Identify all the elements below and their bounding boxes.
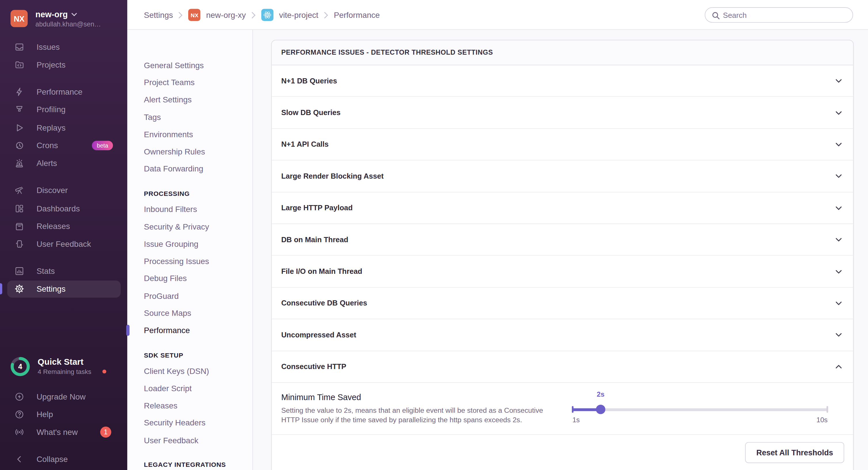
settings-nav-inbound-filters[interactable]: Inbound Filters xyxy=(144,204,197,214)
profiling-icon xyxy=(14,105,25,115)
sidebar-item-crons[interactable]: Crons beta xyxy=(0,137,127,154)
org-name: new-org xyxy=(35,9,68,19)
settings-nav-general-settings[interactable]: General Settings xyxy=(144,60,204,71)
quick-start-subtitle: 4 Remaining tasks xyxy=(38,368,92,376)
sidebar-item-help[interactable]: Help xyxy=(0,406,127,423)
sidebar-item-stats[interactable]: Stats xyxy=(0,263,127,280)
sidebar-item-releases[interactable]: Releases xyxy=(0,218,127,235)
sidebar-item-label: Profiling xyxy=(36,105,66,114)
detector-row-file-io-on-main-thread[interactable]: File I/O on Main Thread xyxy=(272,256,853,287)
settings-nav-security-headers[interactable]: Security Headers xyxy=(144,417,206,428)
quick-start-title: Quick Start xyxy=(38,357,84,367)
archive-box-icon xyxy=(14,221,25,231)
chevron-down-icon xyxy=(834,203,843,212)
telescope-icon xyxy=(14,185,25,195)
detector-row-large-http-payload[interactable]: Large HTTP Payload xyxy=(272,193,853,224)
reset-all-thresholds-button[interactable]: Reset All Thresholds xyxy=(745,442,844,463)
settings-nav-releases[interactable]: Releases xyxy=(144,400,177,411)
slider-start-tick xyxy=(572,406,574,413)
sidebar-item-label: Replays xyxy=(36,124,66,132)
org-switcher[interactable]: NX new-org abdullah.khan@sen… xyxy=(0,0,127,39)
sidebar-item-dashboards[interactable]: Dashboards xyxy=(0,200,127,217)
breadcrumb-page[interactable]: Performance xyxy=(334,11,380,20)
sidebar-item-label: Dashboards xyxy=(36,204,80,213)
detector-row-uncompressed-asset[interactable]: Uncompressed Asset xyxy=(272,319,853,351)
chevron-down-icon xyxy=(834,140,843,149)
settings-nav-data-forwarding[interactable]: Data Forwarding xyxy=(144,163,203,174)
settings-nav-security-privacy[interactable]: Security & Privacy xyxy=(144,221,209,232)
breadcrumb-project[interactable]: vite-project xyxy=(279,11,318,20)
sidebar-item-replays[interactable]: Replays xyxy=(0,120,127,137)
clock-history-icon xyxy=(14,141,25,151)
feedback-icon xyxy=(14,239,25,249)
sidebar-item-issues[interactable]: Issues xyxy=(0,38,127,56)
broadcast-icon xyxy=(14,427,25,437)
sidebar-item-alerts[interactable]: Alerts xyxy=(0,155,127,172)
search-box[interactable] xyxy=(705,7,853,23)
sidebar-item-label: Help xyxy=(36,410,53,419)
active-item-bar xyxy=(126,325,130,336)
quick-start-count: 4 xyxy=(10,357,31,377)
issues-icon xyxy=(14,42,25,52)
chevron-down-icon xyxy=(72,13,77,16)
chevron-left-icon xyxy=(14,454,25,464)
settings-nav-issue-grouping[interactable]: Issue Grouping xyxy=(144,238,198,249)
chevron-up-icon xyxy=(834,362,843,371)
org-avatar: NX xyxy=(11,10,28,27)
slider-max-label: 10s xyxy=(816,416,828,424)
settings-nav-project-teams[interactable]: Project Teams xyxy=(144,77,194,88)
sidebar-item-label: Performance xyxy=(36,88,83,96)
breadcrumb-settings[interactable]: Settings xyxy=(144,11,173,20)
sidebar-item-performance[interactable]: Performance xyxy=(0,83,127,100)
chevron-down-icon xyxy=(834,172,843,181)
settings-nav-debug-files[interactable]: Debug Files xyxy=(144,273,187,283)
settings-nav-source-maps[interactable]: Source Maps xyxy=(144,307,191,318)
chevron-right-icon xyxy=(324,11,328,19)
slider-track[interactable] xyxy=(572,408,828,411)
sidebar-item-collapse[interactable]: Collapse xyxy=(0,451,127,468)
chevron-down-icon xyxy=(834,267,843,276)
primary-sidebar: NX new-org abdullah.khan@sen… Issues Pro… xyxy=(0,0,127,470)
settings-nav-performance[interactable]: Performance xyxy=(144,325,190,336)
settings-nav-tags[interactable]: Tags xyxy=(144,112,161,123)
detector-row-consecutive-http[interactable]: Consecutive HTTP xyxy=(272,351,853,382)
sidebar-item-label: Collapse xyxy=(36,455,68,464)
play-icon xyxy=(14,123,25,133)
settings-nav-proguard[interactable]: ProGuard xyxy=(144,291,179,301)
detector-row-consecutive-db-queries[interactable]: Consecutive DB Queries xyxy=(272,288,853,319)
top-bar: Settings NX new-org-xy vite-project Perf… xyxy=(127,0,868,30)
notification-dot xyxy=(102,370,106,373)
dashboard-grid-icon xyxy=(14,204,25,214)
sidebar-item-user-feedback[interactable]: User Feedback xyxy=(0,235,127,253)
sidebar-item-label: Settings xyxy=(36,284,66,293)
settings-nav-client-keys[interactable]: Client Keys (DSN) xyxy=(144,366,209,376)
sidebar-item-whats-new[interactable]: What's new 1 xyxy=(0,424,127,441)
detector-row-n1-db-queries[interactable]: N+1 DB Queries xyxy=(272,65,853,97)
detector-row-large-render-blocking-asset[interactable]: Large Render Blocking Asset xyxy=(272,161,853,192)
settings-nav-environments[interactable]: Environments xyxy=(144,129,193,140)
sidebar-item-projects[interactable]: Projects xyxy=(0,56,127,73)
settings-nav: General Settings Project Teams Alert Set… xyxy=(127,30,253,470)
settings-nav-user-feedback[interactable]: User Feedback xyxy=(144,435,198,446)
breadcrumb-org[interactable]: new-org-xy xyxy=(206,11,246,20)
chevron-down-icon xyxy=(834,331,843,339)
sidebar-item-profiling[interactable]: Profiling xyxy=(0,101,127,118)
help-icon xyxy=(14,409,25,419)
settings-nav-header-legacy: LEGACY INTEGRATIONS xyxy=(144,460,226,470)
detector-row-n1-api-calls[interactable]: N+1 API Calls xyxy=(272,129,853,161)
whats-new-badge: 1 xyxy=(100,427,111,437)
quick-start[interactable]: 4 Quick Start 4 Remaining tasks xyxy=(0,354,127,379)
chevron-right-icon xyxy=(179,11,183,19)
sidebar-item-discover[interactable]: Discover xyxy=(0,182,127,199)
react-project-icon xyxy=(261,9,273,21)
sidebar-item-settings[interactable]: Settings xyxy=(7,280,121,297)
settings-nav-alert-settings[interactable]: Alert Settings xyxy=(144,94,192,105)
slider-handle[interactable] xyxy=(596,405,606,414)
settings-nav-ownership-rules[interactable]: Ownership Rules xyxy=(144,146,205,157)
settings-nav-loader-script[interactable]: Loader Script xyxy=(144,383,192,394)
sidebar-item-upgrade-now[interactable]: Upgrade Now xyxy=(0,388,127,405)
search-input[interactable] xyxy=(723,8,848,22)
detector-row-slow-db-queries[interactable]: Slow DB Queries xyxy=(272,97,853,129)
settings-nav-processing-issues[interactable]: Processing Issues xyxy=(144,256,209,267)
detector-row-db-on-main-thread[interactable]: DB on Main Thread xyxy=(272,224,853,256)
